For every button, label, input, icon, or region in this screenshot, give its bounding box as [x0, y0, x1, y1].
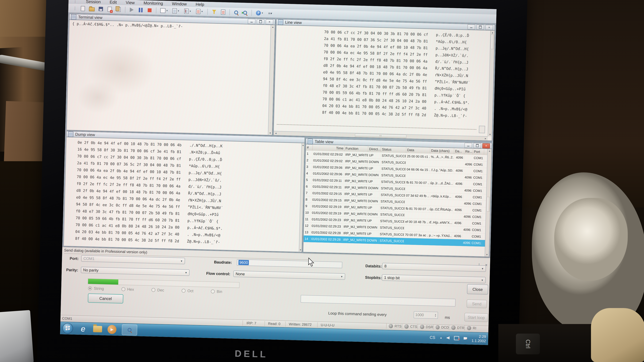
network-disconnected-icon[interactable] — [454, 336, 459, 340]
chevron-down-icon: ▼ — [481, 267, 484, 270]
format-radio[interactable]: Hex — [122, 287, 134, 292]
cell-port: COM1 — [472, 202, 483, 206]
menu-item[interactable]: Window — [171, 1, 188, 6]
menu-item[interactable]: Session — [85, 0, 102, 4]
toolbar-overflow-icon[interactable]: ≡▾ — [266, 9, 274, 17]
minimize-button[interactable] — [248, 19, 256, 24]
table-header-cell[interactable]: Data — [406, 147, 430, 154]
tray-expand-icon[interactable]: ▲ — [440, 336, 442, 339]
loop-interval-value: 1000 — [415, 313, 424, 317]
cell-function: IRP_MJ_WRITE — [342, 225, 366, 229]
cell-status: STATUS_SUCCESS — [380, 160, 406, 165]
volume-icon[interactable] — [447, 336, 450, 340]
baudrate-field[interactable]: 9600 — [237, 259, 342, 268]
start-monitoring-icon[interactable] — [128, 6, 136, 13]
cell-data-size — [452, 242, 462, 243]
export-icon[interactable] — [219, 8, 227, 16]
start-button[interactable] — [62, 323, 73, 334]
cell-time: 01/01/2002 02:29:23 — [311, 224, 343, 228]
cell-port: COM1 — [472, 169, 484, 173]
cell-time: 01/01/2002 02:29:15 — [312, 191, 344, 196]
table-view-icon[interactable]: ▼ — [159, 7, 170, 14]
led-indicator: DSR — [418, 324, 433, 330]
format-radio[interactable]: Dec — [152, 288, 164, 292]
cell-data — [405, 202, 429, 203]
new-session-icon[interactable] — [79, 5, 87, 12]
format-radio[interactable]: String — [88, 286, 104, 291]
close-button[interactable]: × — [482, 143, 490, 148]
start-loop-button[interactable]: Start loop — [464, 313, 488, 322]
taskbar-clock[interactable]: 2:29 1.1.2002 — [472, 334, 486, 343]
cell-data-size: 4096 — [452, 234, 462, 238]
spinner-down-icon[interactable]: ▼ — [434, 315, 436, 317]
stop-monitoring-icon[interactable] — [146, 6, 154, 14]
internet-explorer-icon[interactable]: e — [78, 324, 88, 333]
maximize-button[interactable] — [474, 143, 481, 148]
menu-item[interactable]: View — [125, 0, 136, 5]
line-view-icon[interactable]: ▼ — [170, 7, 181, 14]
table-header-cell[interactable]: Direct... — [368, 146, 381, 152]
close-button[interactable]: × — [266, 19, 274, 24]
minimize-button[interactable] — [464, 143, 472, 148]
menu-item[interactable]: Help — [194, 2, 205, 7]
table-header-cell[interactable]: Time — [312, 144, 345, 151]
table-header-cell[interactable]: Function — [344, 145, 368, 152]
cell-time: 01/01/2002 02:29:28 — [310, 237, 342, 242]
find-icon[interactable] — [232, 9, 240, 16]
serial-monitor-app-button[interactable] — [122, 324, 137, 335]
maximize-button[interactable] — [476, 24, 484, 30]
table-header-cell[interactable]: Re... — [464, 148, 473, 155]
close-session-icon[interactable] — [106, 5, 114, 13]
stopbits-combobox[interactable]: 1 stop bit▼ — [382, 274, 486, 283]
chevron-down-icon: ▼ — [340, 275, 343, 278]
format-radio[interactable]: Bin — [211, 289, 222, 294]
help-icon[interactable]: ?▼ — [254, 9, 265, 16]
baudrate-label: Baudrate: — [214, 260, 232, 265]
parity-combobox[interactable]: No parity▼ — [81, 267, 190, 276]
pause-monitoring-icon[interactable] — [137, 6, 144, 13]
splitter-box[interactable] — [479, 126, 485, 133]
cell-direction: DOWN — [368, 173, 380, 177]
open-session-icon[interactable] — [88, 5, 96, 12]
loop-interval-spinner[interactable]: 1000▲▼ — [414, 311, 438, 319]
find-next-icon[interactable] — [241, 9, 249, 16]
minimize-button[interactable] — [467, 24, 475, 29]
port-combobox[interactable]: COM1▼ — [81, 255, 185, 264]
table-header-cell[interactable]: Port — [473, 149, 484, 155]
cell-direction: DOWN — [367, 186, 380, 190]
table-header-cell[interactable]: Da... — [454, 148, 464, 154]
terminal-view-icon[interactable]: ▼ — [182, 7, 193, 15]
cell-data-size: 4096 — [454, 155, 464, 159]
screen-smudge — [77, 81, 119, 114]
table-header-cell[interactable]: Data (chars) — [430, 147, 454, 154]
radio-label: Oct — [187, 289, 194, 293]
ascii-chars: ”PŹLî<.˙ŘN^NuNV˙ — [434, 78, 470, 86]
led-indicator: RTS — [386, 323, 402, 329]
send-input[interactable] — [300, 295, 456, 307]
cell-data-chars: űp..|r...,d..ŽAű... — [429, 181, 454, 185]
close-dialog-button[interactable]: Close — [467, 284, 488, 295]
dump-view-icon[interactable]: ▼ — [194, 8, 205, 15]
format-radio[interactable]: Oct — [182, 288, 194, 293]
table-header-cell[interactable]: Status — [381, 146, 406, 153]
cell-status: STATUS_SUCCESS — [380, 180, 406, 184]
cell-function: IRP_MJ_WRITE — [343, 218, 366, 223]
save-icon[interactable] — [97, 5, 104, 12]
language-indicator[interactable]: CS — [430, 335, 435, 340]
copy-icon[interactable] — [115, 6, 122, 13]
flow-control-combobox[interactable]: None▼ — [233, 271, 345, 280]
send-button[interactable]: Send — [466, 300, 487, 308]
close-button[interactable]: × — [485, 25, 493, 30]
cancel-button[interactable]: Cancel — [88, 293, 123, 304]
maximize-button[interactable] — [257, 19, 264, 24]
menu-item[interactable]: Edit — [108, 0, 118, 5]
filter-icon[interactable] — [210, 8, 218, 15]
table-header-cell[interactable]: # — [306, 144, 313, 150]
databits-combobox[interactable]: 8▼ — [382, 263, 486, 272]
menu-item[interactable]: Monitoring — [143, 0, 164, 6]
cell-time: 01/01/2002 02:29:11 — [312, 185, 344, 189]
explorer-folder-icon[interactable] — [93, 326, 102, 332]
action-center-flag-icon[interactable] — [464, 337, 467, 340]
media-player-icon[interactable]: ▶ — [107, 325, 116, 334]
cell-data — [404, 215, 428, 216]
